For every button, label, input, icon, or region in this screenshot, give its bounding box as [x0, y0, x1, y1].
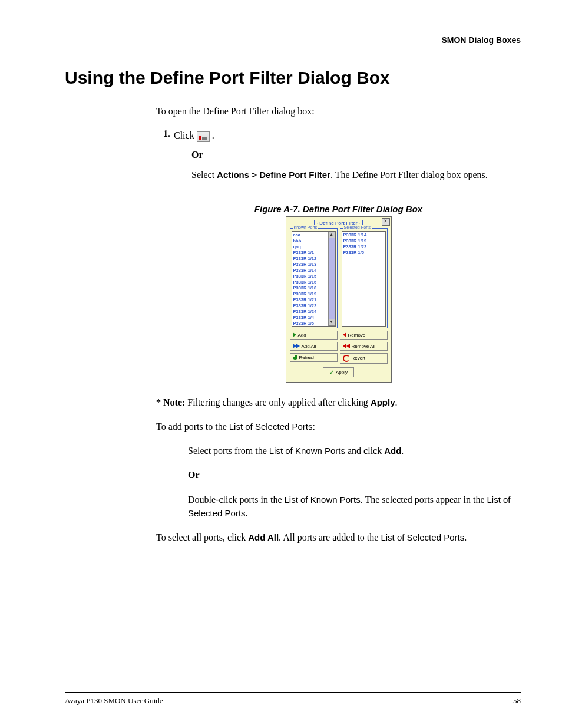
add2-mid: . The selected ports appear in the: [361, 495, 487, 505]
double-left-icon: [343, 344, 350, 348]
note-line: * Note: Filtering changes are only appli…: [156, 396, 521, 409]
page-number: 58: [513, 696, 521, 706]
footer-left: Avaya P130 SMON User Guide: [65, 696, 163, 706]
selected-ports-list[interactable]: P333R 1/14P333R 1/19P333R 1/22P333R 1/5: [342, 231, 386, 327]
remove-button[interactable]: Remove: [340, 331, 388, 340]
note-apply: Apply: [371, 397, 395, 407]
note-text: Filtering changes are only applied after…: [185, 397, 371, 407]
add1-bold: Add: [384, 446, 401, 456]
step-number: 1.: [156, 129, 174, 192]
apply-button[interactable]: ✓Apply: [323, 367, 354, 377]
add1-mid: and click: [345, 446, 384, 456]
removeall-label: Remove All: [352, 344, 375, 349]
add-intro-pre: To add ports to the: [156, 421, 229, 431]
remove-all-button[interactable]: Remove All: [340, 342, 388, 351]
step-1: 1. Click . Or Select Actions > Define Po…: [156, 129, 521, 192]
all-bold: Add All: [248, 532, 279, 542]
selected-ports-panel: Selected Ports P333R 1/14P333R 1/19P333R…: [340, 228, 388, 328]
double-right-icon: [293, 344, 300, 348]
list-item[interactable]: P333R 1/19: [343, 238, 384, 244]
list-item[interactable]: P333R 1/14: [343, 232, 384, 238]
figure-caption: Figure A-7. Define Port Filter Dialog Bo…: [156, 204, 521, 214]
page-title: Using the Define Port Filter Dialog Box: [65, 68, 521, 88]
note-prefix: * Note:: [156, 397, 185, 407]
revert-label: Revert: [352, 355, 366, 361]
check-icon: ✓: [329, 369, 334, 375]
scroll-down-icon[interactable]: ▼: [328, 319, 335, 326]
apply-label: Apply: [336, 370, 348, 375]
add1-end: .: [401, 446, 404, 456]
play-right-icon: [293, 332, 296, 337]
known-ports-list[interactable]: ▲ ▼ aaabbbqaqP333R 1/1P333R 1/12P333R 1/…: [292, 231, 336, 327]
add-intro-ui: List of Selected Ports: [229, 421, 313, 431]
add2-ui1: List of Known Ports: [285, 495, 361, 505]
refresh-icon: [293, 355, 297, 360]
figure-wrap: × · Define Port Filter · Known Ports ▲ ▼…: [156, 216, 521, 383]
step-content: Click . Or Select Actions > Define Port …: [174, 129, 521, 192]
click-text: Click: [174, 130, 197, 140]
select-pre: Select: [191, 170, 217, 180]
select-post: . The Define Port Filter dialog box open…: [330, 170, 488, 180]
or-label-1: Or: [191, 148, 521, 162]
add-button[interactable]: Add: [290, 331, 338, 340]
revert-button[interactable]: Revert: [340, 353, 388, 364]
list-item[interactable]: P333R 1/5: [343, 250, 384, 256]
note-end: .: [395, 397, 398, 407]
page-footer: Avaya P130 SMON User Guide 58: [65, 692, 521, 706]
close-icon[interactable]: ×: [382, 218, 390, 226]
select-instruction: Select Actions > Define Port Filter. The…: [191, 168, 521, 182]
all-end: .: [464, 532, 467, 542]
play-left-icon: [343, 332, 346, 337]
section-header: SMON Dialog Boxes: [65, 35, 521, 45]
footer-rule: [65, 692, 521, 693]
add2-pre: Double-click ports in the: [188, 495, 285, 505]
intro-text: To open the Define Port Filter dialog bo…: [156, 104, 521, 118]
header-rule: [65, 50, 521, 50]
list-item[interactable]: P333R 1/22: [343, 244, 384, 250]
scroll-track[interactable]: [328, 238, 335, 319]
known-ports-label: Known Ports: [293, 225, 319, 229]
add1-pre: Select ports from the: [188, 446, 269, 456]
refresh-button[interactable]: Refresh: [290, 353, 338, 362]
click-period: .: [212, 130, 214, 140]
addall-label: Add All: [302, 344, 316, 349]
select-all-line: To select all ports, click Add All. All …: [156, 531, 521, 544]
selected-ports-label: Selected Ports: [343, 225, 372, 229]
add1-ui: List of Known Ports: [269, 446, 345, 456]
add-intro-post: :: [313, 421, 315, 431]
add-step-2: Double-click ports in the List of Known …: [188, 493, 521, 520]
all-ui: List of Selected Ports: [381, 532, 464, 542]
all-mid: . All ports are added to the: [279, 532, 381, 542]
add-label: Add: [298, 332, 306, 338]
add2-end: .: [246, 508, 248, 518]
define-port-filter-dialog: × · Define Port Filter · Known Ports ▲ ▼…: [286, 216, 392, 383]
remove-label: Remove: [348, 332, 366, 338]
known-ports-panel: Known Ports ▲ ▼ aaabbbqaqP333R 1/1P333R …: [290, 228, 338, 328]
menu-path: Actions > Define Port Filter: [217, 170, 330, 180]
add-all-button[interactable]: Add All: [290, 342, 338, 351]
add-step-1: Select ports from the List of Known Port…: [188, 444, 521, 457]
or-label-2: Or: [188, 468, 521, 482]
add-intro: To add ports to the List of Selected Por…: [156, 420, 521, 433]
filter-toolbar-icon: [197, 131, 210, 142]
refresh-label: Refresh: [299, 355, 316, 360]
all-pre: To select all ports, click: [156, 532, 248, 542]
revert-icon: [343, 355, 350, 362]
